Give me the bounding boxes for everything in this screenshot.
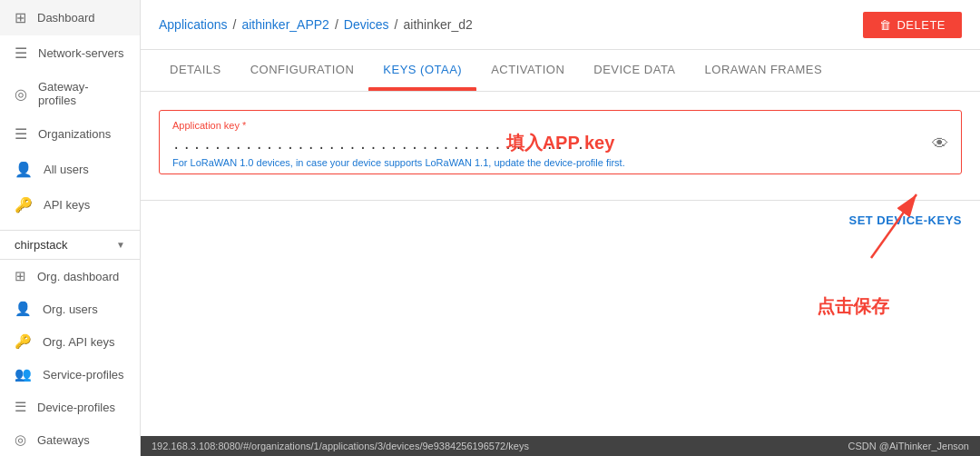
api-keys-icon: 🔑 bbox=[15, 196, 33, 213]
form-area: Application key * 填入APP key 👁 For LoRaWA… bbox=[141, 92, 980, 200]
tab-activation[interactable]: ACTIVATION bbox=[476, 50, 579, 91]
delete-button[interactable]: 🗑 DELETE bbox=[863, 12, 962, 38]
sidebar-item-service-profiles[interactable]: 👥 Service-profiles bbox=[0, 358, 140, 391]
sidebar-item-org-dashboard[interactable]: ⊞ Org. dashboard bbox=[0, 260, 140, 292]
sidebar-item-label: Gateway-profiles bbox=[38, 80, 125, 107]
breadcrumb-device: aithinker_d2 bbox=[403, 17, 472, 32]
save-annotation: 点击保存 bbox=[817, 294, 889, 319]
sidebar-item-org-api-keys[interactable]: 🔑 Org. API keys bbox=[0, 325, 140, 358]
sidebar-item-gateway-profiles[interactable]: ◎ Gateway-profiles bbox=[0, 71, 140, 116]
org-users-icon: 👤 bbox=[15, 301, 32, 317]
annotation-area: 点击保存 bbox=[141, 240, 980, 385]
delete-button-label: DELETE bbox=[897, 18, 946, 32]
set-device-keys-button[interactable]: SET DEVICE-KEYS bbox=[848, 208, 962, 233]
content-area: Application key * 填入APP key 👁 For LoRaWA… bbox=[141, 92, 980, 436]
status-bar: 192.168.3.108:8080/#/organizations/1/app… bbox=[141, 436, 980, 456]
sidebar-item-label: Org. API keys bbox=[43, 335, 114, 349]
action-bar: SET DEVICE-KEYS bbox=[141, 200, 980, 240]
tab-details[interactable]: DETAILS bbox=[155, 50, 236, 91]
device-profiles-icon: ☰ bbox=[15, 399, 26, 415]
topbar: Applications / aithinker_APP2 / Devices … bbox=[141, 0, 980, 50]
app-key-hint: For LoRaWAN 1.0 devices, in case your de… bbox=[172, 157, 948, 168]
status-url: 192.168.3.108:8080/#/organizations/1/app… bbox=[152, 441, 529, 451]
network-servers-icon: ☰ bbox=[15, 45, 27, 62]
sidebar-item-label: Dashboard bbox=[37, 11, 95, 25]
breadcrumb-sep-2: / bbox=[335, 17, 338, 32]
sidebar-item-label: Service-profiles bbox=[43, 368, 124, 382]
breadcrumb-devices[interactable]: Devices bbox=[344, 17, 389, 32]
org-api-keys-icon: 🔑 bbox=[15, 333, 32, 350]
tenant-selector[interactable]: chirpstack ▼ bbox=[0, 230, 140, 260]
sidebar-item-device-profiles[interactable]: ☰ Device-profiles bbox=[0, 391, 140, 423]
gateway-profiles-icon: ◎ bbox=[15, 85, 27, 103]
action-section: SET DEVICE-KEYS 点击保存 bbox=[141, 200, 980, 385]
org-dashboard-icon: ⊞ bbox=[15, 268, 26, 284]
all-users-icon: 👤 bbox=[15, 161, 33, 178]
chevron-down-icon: ▼ bbox=[116, 240, 125, 250]
breadcrumb-sep-3: / bbox=[395, 17, 398, 32]
tab-device-data[interactable]: DEVICE DATA bbox=[579, 50, 690, 91]
main-content: Applications / aithinker_APP2 / Devices … bbox=[141, 0, 980, 456]
trash-icon: 🗑 bbox=[879, 18, 892, 32]
breadcrumb-app[interactable]: aithinker_APP2 bbox=[241, 17, 329, 32]
dashboard-icon: ⊞ bbox=[15, 9, 26, 26]
sidebar-item-gateways[interactable]: ◎ Gateways bbox=[0, 423, 140, 456]
sidebar-item-api-keys[interactable]: 🔑 API keys bbox=[0, 187, 140, 223]
sidebar-item-label: All users bbox=[44, 163, 89, 176]
tab-configuration[interactable]: CONFIGURATION bbox=[236, 50, 369, 91]
sidebar-item-label: Org. dashboard bbox=[37, 270, 119, 283]
app-key-input-row: 填入APP key 👁 bbox=[172, 134, 948, 154]
app-key-field-group: Application key * 填入APP key 👁 For LoRaWA… bbox=[159, 110, 962, 174]
app-key-label: Application key * bbox=[172, 120, 948, 131]
eye-icon[interactable]: 👁 bbox=[932, 134, 948, 154]
app-key-input[interactable] bbox=[172, 137, 932, 152]
sidebar-item-label: Device-profiles bbox=[37, 401, 115, 414]
sidebar-item-all-users[interactable]: 👤 All users bbox=[0, 152, 140, 187]
service-profiles-icon: 👥 bbox=[15, 366, 32, 382]
breadcrumb-applications[interactable]: Applications bbox=[159, 17, 228, 32]
gateways-icon: ◎ bbox=[15, 431, 26, 448]
breadcrumb: Applications / aithinker_APP2 / Devices … bbox=[159, 17, 473, 32]
sidebar-item-org-users[interactable]: 👤 Org. users bbox=[0, 292, 140, 325]
status-credit: CSDN @AiThinker_Jenson bbox=[848, 441, 969, 451]
sidebar-item-label: Org. users bbox=[43, 302, 98, 316]
tenant-name: chirpstack bbox=[15, 238, 68, 252]
sidebar-item-label: API keys bbox=[44, 198, 90, 212]
tab-keys-otaa[interactable]: KEYS (OTAA) bbox=[368, 50, 476, 91]
sidebar: ⊞ Dashboard ☰ Network-servers ◎ Gateway-… bbox=[0, 0, 141, 456]
tabs-bar: DETAILS CONFIGURATION KEYS (OTAA) ACTIVA… bbox=[141, 50, 980, 92]
sidebar-item-organizations[interactable]: ☰ Organizations bbox=[0, 116, 140, 152]
tab-lorawan-frames[interactable]: LORAWAN FRAMES bbox=[691, 50, 838, 91]
sidebar-item-label: Organizations bbox=[38, 127, 111, 141]
sidebar-item-dashboard[interactable]: ⊞ Dashboard bbox=[0, 0, 140, 35]
sidebar-item-label: Network-servers bbox=[38, 46, 124, 60]
sidebar-item-label: Gateways bbox=[37, 433, 90, 447]
organizations-icon: ☰ bbox=[15, 125, 27, 143]
breadcrumb-sep-1: / bbox=[233, 17, 237, 32]
sidebar-item-network-servers[interactable]: ☰ Network-servers bbox=[0, 35, 140, 71]
